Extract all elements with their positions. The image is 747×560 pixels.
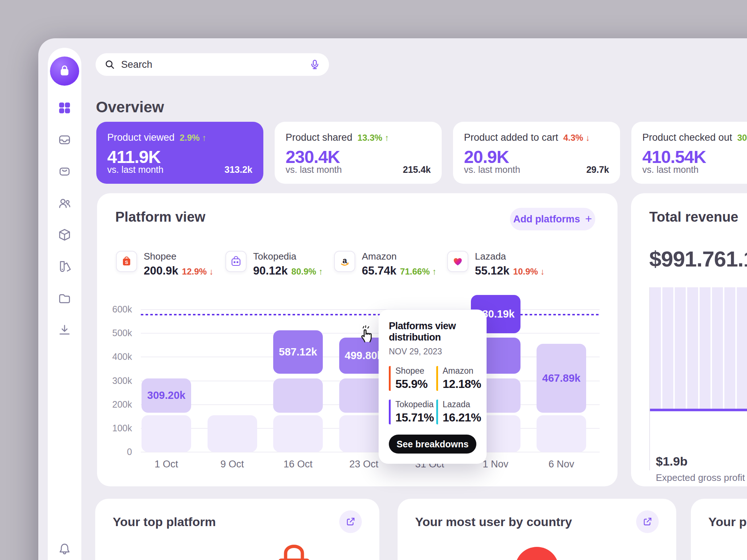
sidebar-item-design[interactable]	[56, 258, 73, 275]
stat-label: Product added to cart	[464, 132, 558, 143]
stat-label: Product checked out	[642, 132, 732, 143]
stat-prev-value: 313.2k	[225, 164, 252, 175]
app-window: Overview Product viewed 2.9% ↑ 411.9K vs…	[38, 38, 747, 560]
revenue-chart-wrap: $1.9b Expected gross profit	[649, 287, 747, 470]
platform-view-panel: Platform view Add platforms+ S Shopee 20…	[97, 193, 618, 486]
stat-note: vs. last month	[286, 164, 342, 175]
y-axis-tick: 100k	[104, 423, 132, 433]
sidebar-item-customers[interactable]	[56, 195, 73, 212]
sidebar-item-products[interactable]	[56, 226, 73, 244]
external-link-icon	[642, 517, 653, 527]
search-input[interactable]	[121, 59, 309, 70]
bar-segment-9-oct[interactable]	[208, 415, 257, 452]
stat-card-product-checked-out[interactable]: Product checked out 30.22% 410.54K vs. l…	[631, 122, 747, 184]
package-icon	[58, 228, 71, 242]
stat-delta: 4.3% ↓	[563, 133, 590, 143]
card-title: Your top platform	[113, 515, 216, 529]
x-axis-tick: 9 Oct	[207, 459, 258, 470]
bar-value-label: 467.89k	[542, 372, 581, 384]
y-axis-tick: 500k	[104, 328, 132, 338]
swatches-icon	[58, 260, 71, 273]
chart-tooltip: Platforms view distribution NOV 29, 2023…	[379, 310, 487, 464]
bar-segment-6-nov[interactable]	[537, 415, 586, 452]
card-title: Your products	[708, 515, 747, 529]
tooltip-entry-tokopedia: Tokopedia 15.71%	[389, 400, 434, 424]
search-icon	[104, 59, 115, 70]
expected-profit-value: $1.9b	[656, 454, 747, 468]
stat-delta: 30.22%	[737, 133, 747, 143]
mouse-cursor-hand	[357, 324, 376, 345]
users-by-country-card: Your most user by country	[398, 499, 676, 560]
sidebar-item-orders[interactable]	[56, 163, 73, 180]
external-link-icon	[345, 517, 356, 527]
open-country-stats-button[interactable]	[636, 510, 659, 533]
revenue-title: Total revenue	[649, 209, 738, 225]
y-axis-tick: 200k	[104, 399, 132, 410]
y-axis-tick: 600k	[104, 304, 132, 315]
bar-value-label: 309.20k	[147, 389, 186, 401]
open-top-platform-button[interactable]	[339, 510, 362, 533]
stat-note: vs. last month	[642, 164, 698, 175]
target-dotted-line	[141, 314, 600, 315]
y-axis-tick: 300k	[104, 376, 132, 386]
app-logo[interactable]	[50, 57, 79, 86]
download-icon	[58, 323, 71, 337]
country-flag-dot	[515, 547, 559, 560]
stat-prev-value: 29.7k	[586, 164, 609, 175]
y-axis-tick: 400k	[104, 351, 132, 362]
bar-segment-16-oct[interactable]	[273, 415, 323, 452]
arrow-up-icon: ↑	[385, 133, 389, 143]
microphone-icon[interactable]	[309, 59, 320, 70]
stat-value: 411.9K	[107, 147, 252, 167]
users-icon	[58, 197, 71, 210]
sidebar-item-files[interactable]	[56, 290, 73, 307]
bar-segment-16-oct[interactable]: 587.12k	[273, 330, 323, 374]
stat-note: vs. last month	[464, 164, 520, 175]
bar-segment-1-oct[interactable]	[142, 415, 191, 452]
y-axis-tick: 0	[104, 447, 132, 457]
shopee-bag-illustration: S	[270, 542, 318, 560]
total-revenue-panel: Total revenue $991.761.12 $1.9b Expected…	[631, 193, 747, 486]
sidebar-item-downloads[interactable]	[56, 321, 73, 339]
shopping-bag-icon	[58, 164, 71, 178]
search-bar	[96, 53, 329, 76]
bar-value-label: 499.80k	[345, 350, 383, 362]
folder-icon	[58, 292, 71, 306]
sidebar-item-dashboard[interactable]	[56, 99, 73, 117]
stat-delta: 13.3% ↑	[357, 133, 389, 143]
bell-icon	[58, 542, 71, 556]
tooltip-title: Platforms view distribution	[389, 320, 476, 343]
x-axis-tick: 1 Oct	[141, 459, 192, 470]
bar-segment-16-oct[interactable]	[273, 378, 323, 413]
chart-gridline	[141, 309, 600, 310]
stat-value: 410.54K	[642, 147, 747, 167]
sidebar	[48, 48, 81, 560]
see-breakdowns-button[interactable]: See breakdowns	[389, 435, 476, 454]
bar-segment-1-oct[interactable]: 309.20k	[142, 378, 191, 413]
bar-value-label: 587.12k	[279, 346, 317, 358]
card-title: Your most user by country	[415, 515, 572, 529]
shopping-bag-logo-icon	[57, 63, 72, 79]
stat-label: Product shared	[286, 132, 352, 143]
stat-prev-value: 215.4k	[403, 164, 431, 175]
sidebar-item-notifications[interactable]	[56, 540, 73, 558]
stat-delta: 2.9% ↑	[180, 133, 206, 143]
x-axis-tick: 6 Nov	[536, 459, 587, 470]
products-card: Your products	[691, 499, 747, 560]
stat-note: vs. last month	[107, 164, 163, 175]
stat-card-product-shared[interactable]: Product shared 13.3% ↑ 230.4K vs. last m…	[275, 122, 442, 184]
stat-value: 20.9K	[464, 147, 609, 167]
x-axis-tick: 16 Oct	[272, 459, 324, 470]
page-title: Overview	[96, 98, 164, 116]
stat-card-product-added-to-cart[interactable]: Product added to cart 4.3% ↓ 20.9K vs. l…	[453, 122, 620, 184]
tooltip-entry-shopee: Shopee 55.9%	[389, 366, 434, 391]
stat-value: 230.4K	[286, 147, 431, 167]
sidebar-item-inbox[interactable]	[56, 131, 73, 148]
inbox-icon	[58, 133, 71, 147]
tooltip-entry-amazon: Amazon 12.18%	[436, 366, 481, 391]
arrow-up-icon: ↑	[202, 133, 206, 143]
tooltip-entry-lazada: Lazada 16.21%	[436, 400, 481, 424]
stat-card-product-viewed[interactable]: Product viewed 2.9% ↑ 411.9K vs. last mo…	[96, 122, 263, 184]
bar-segment-6-nov[interactable]: 467.89k	[537, 344, 586, 412]
revenue-chart[interactable]	[650, 287, 747, 411]
